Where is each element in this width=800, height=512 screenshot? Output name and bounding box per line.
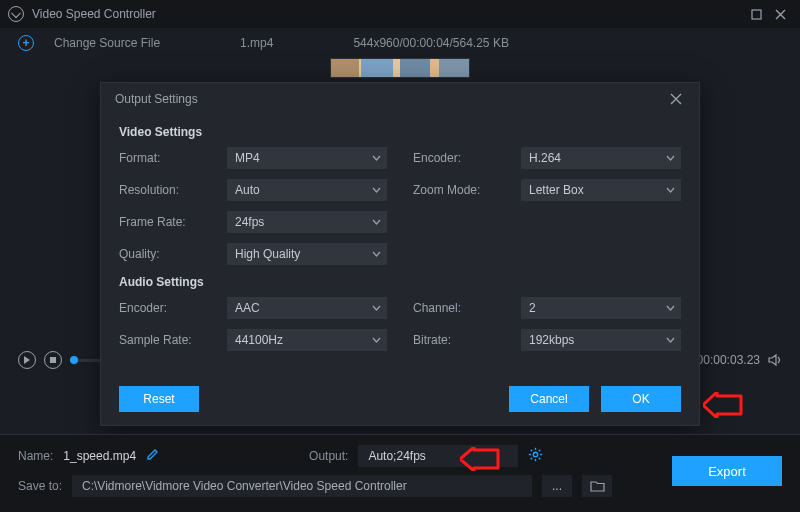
- output-label: Output:: [309, 449, 348, 463]
- name-label: Name:: [18, 449, 53, 463]
- label-zoom-mode: Zoom Mode:: [413, 183, 521, 197]
- select-audio-encoder[interactable]: AAC: [227, 297, 387, 319]
- chevron-down-icon: [372, 219, 381, 225]
- select-samplerate[interactable]: 44100Hz: [227, 329, 387, 351]
- video-settings-heading: Video Settings: [119, 125, 681, 139]
- chevron-down-icon: [666, 337, 675, 343]
- chevron-down-icon: [372, 155, 381, 161]
- select-samplerate-value: 44100Hz: [235, 333, 283, 347]
- svg-line-7: [531, 450, 533, 452]
- edit-name-button[interactable]: [146, 448, 159, 464]
- chevron-down-icon: [666, 155, 675, 161]
- label-framerate: Frame Rate:: [119, 215, 227, 229]
- select-bitrate[interactable]: 192kbps: [521, 329, 681, 351]
- select-framerate[interactable]: 24fps: [227, 211, 387, 233]
- select-resolution[interactable]: Auto: [227, 179, 387, 201]
- chevron-down-icon: [666, 187, 675, 193]
- saveto-label: Save to:: [18, 479, 62, 493]
- select-video-encoder[interactable]: H.264: [521, 147, 681, 169]
- reset-button[interactable]: Reset: [119, 386, 199, 412]
- select-zoom-mode-value: Letter Box: [529, 183, 584, 197]
- modal-body: Video Settings Format: MP4 Encoder: H.26…: [101, 115, 699, 373]
- select-video-encoder-value: H.264: [529, 151, 561, 165]
- select-bitrate-value: 192kbps: [529, 333, 574, 347]
- select-format[interactable]: MP4: [227, 147, 387, 169]
- modal-title: Output Settings: [115, 92, 198, 106]
- chevron-down-icon: [372, 187, 381, 193]
- label-audio-encoder: Encoder:: [119, 301, 227, 315]
- saveto-path-value: C:\Vidmore\Vidmore Video Converter\Video…: [82, 479, 407, 493]
- cancel-button[interactable]: Cancel: [509, 386, 589, 412]
- ok-button[interactable]: OK: [601, 386, 681, 412]
- browse-path-button[interactable]: ...: [542, 475, 572, 497]
- select-quality[interactable]: High Quality: [227, 243, 387, 265]
- output-summary-value: Auto;24fps: [368, 449, 425, 463]
- label-quality: Quality:: [119, 247, 227, 261]
- label-format: Format:: [119, 151, 227, 165]
- label-video-encoder: Encoder:: [413, 151, 521, 165]
- chevron-down-icon: [666, 305, 675, 311]
- output-settings-modal: Output Settings Video Settings Format: M…: [100, 82, 700, 426]
- label-bitrate: Bitrate:: [413, 333, 521, 347]
- svg-line-8: [539, 458, 541, 460]
- select-format-value: MP4: [235, 151, 260, 165]
- select-channel[interactable]: 2: [521, 297, 681, 319]
- open-folder-button[interactable]: [582, 475, 612, 497]
- select-framerate-value: 24fps: [235, 215, 264, 229]
- svg-line-10: [531, 458, 533, 460]
- output-name-value: 1_speed.mp4: [63, 449, 136, 463]
- saveto-path-field[interactable]: C:\Vidmore\Vidmore Video Converter\Video…: [72, 475, 532, 497]
- label-samplerate: Sample Rate:: [119, 333, 227, 347]
- label-channel: Channel:: [413, 301, 521, 315]
- modal-footer: Reset Cancel OK: [101, 373, 699, 425]
- chevron-down-icon: [372, 337, 381, 343]
- export-button[interactable]: Export: [672, 456, 782, 486]
- select-resolution-value: Auto: [235, 183, 260, 197]
- output-settings-gear-icon[interactable]: [528, 447, 543, 465]
- output-summary-field[interactable]: Auto;24fps: [358, 445, 518, 467]
- bottom-bar: Name: 1_speed.mp4 Output: Auto;24fps Sav…: [0, 434, 800, 512]
- svg-line-9: [539, 450, 541, 452]
- label-resolution: Resolution:: [119, 183, 227, 197]
- select-channel-value: 2: [529, 301, 536, 315]
- modal-header: Output Settings: [101, 83, 699, 115]
- select-audio-encoder-value: AAC: [235, 301, 260, 315]
- audio-settings-heading: Audio Settings: [119, 275, 681, 289]
- select-quality-value: High Quality: [235, 247, 300, 261]
- select-zoom-mode[interactable]: Letter Box: [521, 179, 681, 201]
- modal-close-button[interactable]: [667, 90, 685, 108]
- chevron-down-icon: [372, 305, 381, 311]
- chevron-down-icon: [372, 251, 381, 257]
- svg-point-2: [534, 452, 538, 456]
